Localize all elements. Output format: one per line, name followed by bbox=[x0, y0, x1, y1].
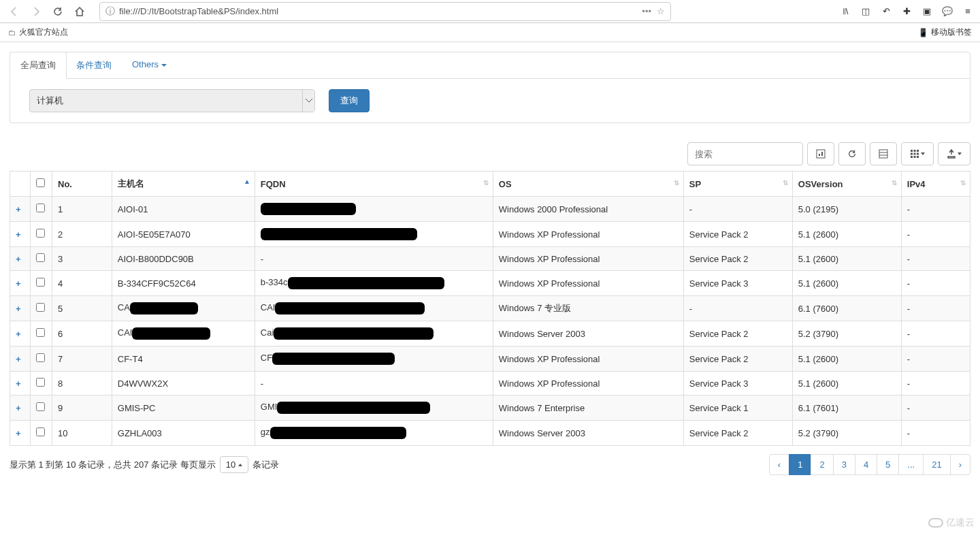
col-os[interactable]: OS⇅ bbox=[493, 172, 683, 197]
col-checkbox[interactable] bbox=[31, 172, 52, 197]
extension-icon[interactable]: ▣ bbox=[920, 6, 934, 17]
table-row: +4B-334CFF9C52C64b-334cWindows XP Profes… bbox=[10, 271, 970, 296]
search-input[interactable] bbox=[687, 142, 803, 165]
table-row: +7CF-T4CFWindows XP ProfessionalService … bbox=[10, 346, 970, 372]
forward-button[interactable] bbox=[27, 3, 45, 20]
sidebar-icon[interactable]: ◫ bbox=[859, 6, 872, 17]
row-checkbox[interactable] bbox=[36, 402, 45, 411]
cell-sp: Service Pack 2 bbox=[683, 346, 792, 372]
page-‹[interactable]: ‹ bbox=[769, 454, 789, 475]
cell-fqdn: b-334c bbox=[255, 271, 493, 296]
row-checkbox-cell[interactable] bbox=[31, 271, 52, 296]
col-ipv4[interactable]: IPv4⇅ bbox=[901, 172, 970, 197]
row-checkbox-cell[interactable] bbox=[31, 197, 52, 222]
expand-icon[interactable]: + bbox=[10, 395, 31, 421]
tab-global-query[interactable]: 全局查询 bbox=[10, 52, 67, 79]
expand-icon[interactable]: + bbox=[10, 321, 31, 346]
expand-icon[interactable]: + bbox=[10, 372, 31, 395]
footer-summary-suffix: 条记录 bbox=[252, 459, 279, 471]
bookmark-folder[interactable]: 🗀 火狐官方站点 bbox=[8, 27, 68, 38]
query-button[interactable]: 查询 bbox=[329, 89, 370, 112]
reload-button[interactable] bbox=[49, 3, 67, 20]
add-icon[interactable]: ✚ bbox=[900, 6, 913, 17]
page-...[interactable]: ... bbox=[898, 454, 924, 475]
row-checkbox-cell[interactable] bbox=[31, 247, 52, 271]
cell-no: 2 bbox=[52, 222, 112, 247]
cell-ipv4: - bbox=[901, 321, 970, 346]
cell-os: Windows Server 2003 bbox=[493, 321, 683, 346]
home-button[interactable] bbox=[71, 3, 88, 20]
chat-icon[interactable]: 💬 bbox=[941, 6, 954, 17]
cell-fqdn: CAI bbox=[255, 296, 493, 321]
page-size-select[interactable]: 10 bbox=[220, 456, 248, 473]
page-21[interactable]: 21 bbox=[923, 454, 950, 475]
more-icon[interactable]: ••• bbox=[642, 6, 651, 16]
row-checkbox-cell[interactable] bbox=[31, 296, 52, 321]
row-checkbox-cell[interactable] bbox=[31, 395, 52, 421]
row-checkbox-cell[interactable] bbox=[31, 372, 52, 395]
expand-icon[interactable]: + bbox=[10, 247, 31, 271]
cell-osver: 5.0 (2195) bbox=[792, 197, 901, 222]
expand-icon[interactable]: + bbox=[10, 296, 31, 321]
back-button[interactable] bbox=[5, 3, 23, 20]
expand-icon[interactable]: + bbox=[10, 222, 31, 247]
pagination-toggle-button[interactable] bbox=[807, 142, 834, 165]
expand-icon[interactable]: + bbox=[10, 421, 31, 446]
row-checkbox[interactable] bbox=[36, 427, 45, 436]
cell-fqdn: gz bbox=[255, 421, 493, 446]
svg-rect-6 bbox=[917, 150, 919, 152]
cell-ipv4: - bbox=[901, 395, 970, 421]
svg-rect-11 bbox=[914, 156, 916, 158]
cell-no: 9 bbox=[52, 395, 112, 421]
cell-host: GZHLA003 bbox=[112, 421, 255, 446]
page-›[interactable]: › bbox=[950, 454, 970, 475]
row-checkbox[interactable] bbox=[36, 253, 45, 262]
row-checkbox-cell[interactable] bbox=[31, 321, 52, 346]
page-5[interactable]: 5 bbox=[877, 454, 899, 475]
filter-select[interactable]: 计算机 bbox=[29, 89, 315, 112]
page-4[interactable]: 4 bbox=[855, 454, 877, 475]
row-checkbox[interactable] bbox=[36, 229, 45, 238]
row-checkbox-cell[interactable] bbox=[31, 222, 52, 247]
dropdown-button[interactable] bbox=[302, 90, 314, 112]
row-checkbox[interactable] bbox=[36, 378, 45, 387]
expand-icon[interactable]: + bbox=[10, 271, 31, 296]
row-checkbox[interactable] bbox=[36, 353, 45, 362]
cell-fqdn: GMI bbox=[255, 395, 493, 421]
page-2[interactable]: 2 bbox=[811, 454, 833, 475]
row-checkbox[interactable] bbox=[36, 328, 45, 337]
cell-host: CAI bbox=[112, 321, 255, 346]
cell-host: B-334CFF9C52C64 bbox=[112, 271, 255, 296]
col-fqdn[interactable]: FQDN⇅ bbox=[255, 172, 493, 197]
expand-icon[interactable]: + bbox=[10, 197, 31, 222]
cell-ipv4: - bbox=[901, 247, 970, 271]
row-checkbox[interactable] bbox=[36, 303, 45, 312]
col-sp[interactable]: SP⇅ bbox=[683, 172, 792, 197]
refresh-button[interactable] bbox=[838, 142, 866, 165]
row-checkbox-cell[interactable] bbox=[31, 421, 52, 446]
library-icon[interactable]: ⦀\ bbox=[838, 6, 852, 17]
cell-sp: Service Pack 3 bbox=[683, 372, 792, 395]
row-checkbox[interactable] bbox=[36, 278, 45, 287]
toggle-view-button[interactable] bbox=[870, 142, 897, 165]
col-osver[interactable]: OSVersion⇅ bbox=[792, 172, 901, 197]
tab-others[interactable]: Others bbox=[122, 52, 177, 78]
url-bar[interactable]: ⓘ file:///D:/It/BootstrapTable&PS/index.… bbox=[99, 2, 671, 21]
page-3[interactable]: 3 bbox=[833, 454, 855, 475]
mobile-bookmarks[interactable]: 📱 移动版书签 bbox=[918, 27, 972, 38]
row-checkbox[interactable] bbox=[36, 204, 45, 212]
select-all-checkbox[interactable] bbox=[36, 178, 45, 187]
columns-button[interactable] bbox=[901, 142, 934, 165]
col-no[interactable]: No. bbox=[52, 172, 112, 197]
col-host[interactable]: 主机名▲ bbox=[112, 172, 255, 197]
expand-icon[interactable]: + bbox=[10, 346, 31, 372]
export-button[interactable] bbox=[938, 142, 970, 165]
cell-no: 4 bbox=[52, 271, 112, 296]
cell-sp: - bbox=[683, 296, 792, 321]
page-1[interactable]: 1 bbox=[789, 454, 811, 475]
undo-icon[interactable]: ↶ bbox=[879, 6, 893, 17]
row-checkbox-cell[interactable] bbox=[31, 346, 52, 372]
bookmark-star-icon[interactable]: ☆ bbox=[657, 6, 665, 16]
tab-conditional-query[interactable]: 条件查询 bbox=[66, 52, 122, 78]
menu-icon[interactable]: ≡ bbox=[961, 6, 975, 17]
